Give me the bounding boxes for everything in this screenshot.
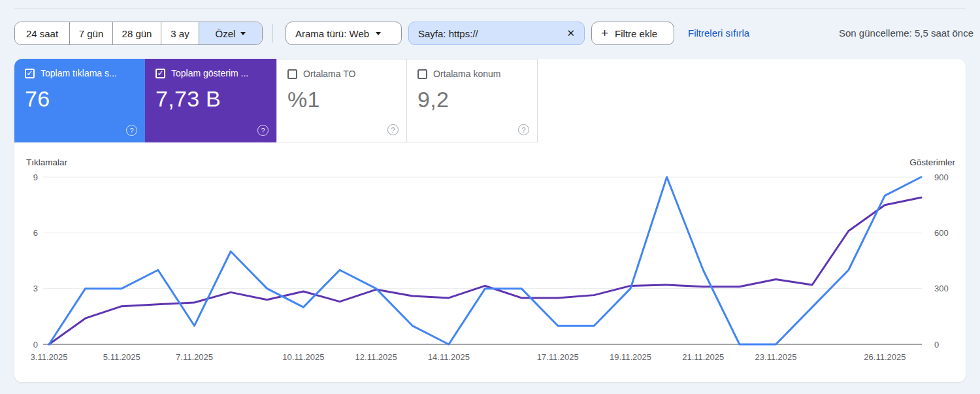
x-axis-tick: 12.11.2025 [355,352,397,362]
right-axis-tick: 900 [934,172,949,182]
left-axis-tick: 3 [33,284,38,293]
x-axis-tick: 19.11.2025 [610,352,651,362]
date-range-custom-label: Özel [216,28,236,39]
right-axis-tick: 600 [934,228,949,238]
date-range-24h[interactable]: 24 saat [15,22,70,44]
date-range-28d[interactable]: 28 gün [113,22,161,44]
page-filter-label: Sayfa: https:// [418,28,478,39]
series-line-Tıklamalar [49,177,921,344]
date-range-custom[interactable]: Özel [199,22,262,44]
page-filter-chip[interactable]: Sayfa: https:// ✕ [408,22,585,45]
left-axis-tick: 0 [33,340,38,350]
x-axis-tick: 3.11.2025 [31,352,68,362]
x-axis-tick: 21.11.2025 [682,352,724,362]
help-icon[interactable]: ? [387,124,399,135]
metric-value: 9,2 [417,87,527,112]
right-axis-tick: 300 [934,284,949,293]
close-icon[interactable]: ✕ [566,27,575,39]
checkbox-unchecked-icon[interactable]: ✓ [287,69,297,79]
help-icon[interactable]: ? [257,125,269,136]
metric-tile-average-position[interactable]: ✓ Ortalama konum 9,2 ? [407,59,538,142]
metric-tile-total-clicks[interactable]: ✓ Toplam tıklama s... 76 ? [14,59,145,142]
performance-card: ✓ Toplam tıklama s... 76 ? ✓ Toplam göst… [14,59,966,382]
search-type-chip[interactable]: Arama türü: Web [286,22,402,45]
left-axis-tick: 9 [33,172,38,182]
search-type-label: Arama türü: Web [295,28,369,39]
metric-tile-total-impressions[interactable]: ✓ Toplam gösterim ... 7,73 B ? [145,59,276,142]
metric-label: Toplam tıklama s... [41,68,117,78]
top-divider [14,8,966,9]
right-axis-tick: 0 [934,340,939,350]
metric-value: 7,73 B [155,86,266,112]
metric-label: Toplam gösterim ... [171,68,248,78]
last-update-text: Son güncelleme: 5,5 saat önce [839,22,973,45]
date-range-7d[interactable]: 7 gün [70,22,113,44]
x-axis-tick: 10.11.2025 [282,352,324,362]
add-filter-button[interactable]: + Filtre ekle [591,22,674,45]
x-axis-tick: 23.11.2025 [755,352,796,362]
checkbox-checked-icon[interactable]: ✓ [155,69,165,78]
left-axis-title: Tıklamalar [26,157,67,167]
x-axis-tick: 7.11.2025 [176,352,213,362]
performance-line-chart: 003300660099003.11.20255.11.20257.11.202… [14,170,966,382]
checkbox-checked-icon[interactable]: ✓ [25,69,35,78]
reset-filters-link[interactable]: Filtreleri sıfırla [688,22,749,45]
x-axis-tick: 5.11.2025 [103,352,140,362]
metric-tile-average-ctr[interactable]: ✓ Ortalama TO %1 ? [276,59,407,142]
right-axis-title: Gösterimler [909,157,955,167]
add-filter-label: Filtre ekle [615,28,657,39]
toolbar-divider [272,24,273,42]
date-range-segmented-control: 24 saat 7 gün 28 gün 3 ay Özel [14,22,263,45]
metric-value: 76 [25,86,135,112]
chevron-down-icon [376,32,381,35]
help-icon[interactable]: ? [126,125,137,136]
date-range-3m[interactable]: 3 ay [161,22,199,44]
left-axis-tick: 6 [33,228,38,238]
metric-value: %1 [287,87,396,112]
metric-label: Ortalama TO [303,69,355,79]
series-line-Gösterimler [49,197,921,344]
metric-label: Ortalama konum [433,69,500,79]
x-axis-tick: 14.11.2025 [428,352,470,362]
help-icon[interactable]: ? [518,124,529,135]
x-axis-tick: 26.11.2025 [864,352,906,362]
checkbox-unchecked-icon[interactable]: ✓ [417,69,427,79]
plus-icon: + [601,26,608,41]
x-axis-tick: 17.11.2025 [537,352,579,362]
chevron-down-icon [240,32,246,35]
